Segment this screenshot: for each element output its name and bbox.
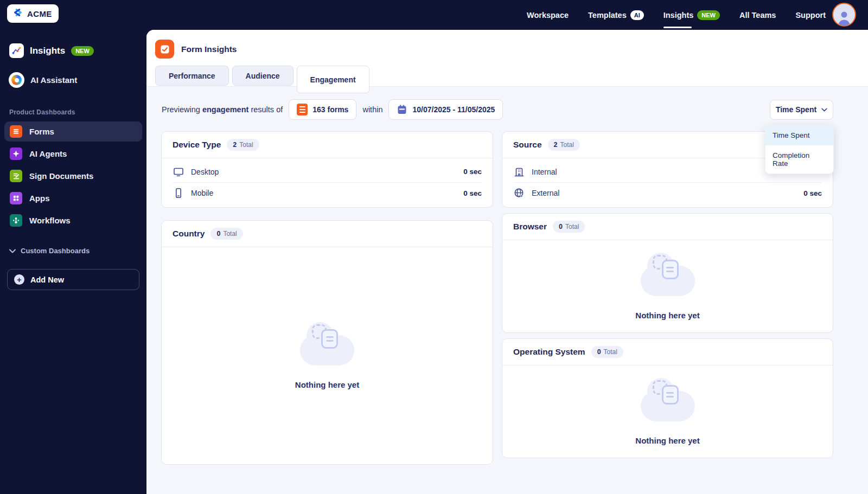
cards-grid: Device Type 2Total Desktop 0 sec — [161, 131, 833, 465]
filter-text: Previewing engagement results of — [162, 105, 283, 114]
forms-count-chip[interactable]: 163 forms — [289, 99, 356, 120]
sidebar-item-workflows[interactable]: Workflows — [4, 210, 142, 230]
empty-state-text: Nothing here yet — [635, 311, 699, 320]
desktop-icon — [173, 166, 184, 178]
empty-state-text: Nothing here yet — [635, 436, 699, 445]
acme-logo[interactable]: ACME — [7, 4, 59, 23]
nav-insights[interactable]: Insights NEW — [663, 10, 720, 20]
empty-state: Nothing here yet — [162, 247, 493, 464]
card-title: Operating System — [513, 347, 585, 357]
sidebar-item-ai-agents[interactable]: AI Agents — [4, 144, 142, 164]
sidebar-insights-label: Insights — [30, 46, 65, 56]
form-insights-icon — [155, 40, 174, 59]
tab-engagement[interactable]: Engagement — [297, 66, 369, 93]
brand-name: ACME — [27, 9, 52, 18]
tab-audience[interactable]: Audience — [232, 66, 293, 86]
empty-state: Nothing here yet — [502, 240, 833, 332]
total-badge: 0Total — [553, 221, 585, 233]
country-card: Country 0Total Nothing here yet — [161, 220, 493, 465]
ai-agents-icon — [10, 147, 22, 160]
sort-option-time-spent[interactable]: Time Spent — [765, 125, 833, 145]
forms-icon — [10, 125, 22, 138]
custom-dashboards-toggle[interactable]: Custom Dashboards — [9, 247, 146, 255]
sidebar-new-badge: NEW — [71, 46, 94, 56]
sort-control: Time Spent Time Spent Completion Rate — [770, 100, 833, 120]
user-avatar[interactable] — [832, 3, 856, 27]
sidebar-nav: Forms AI Agents Sign Documents — [0, 121, 146, 230]
form-doc-icon — [297, 104, 308, 116]
person-icon — [836, 9, 852, 25]
empty-state-icon — [641, 266, 695, 296]
browser-card: Browser 0Total Nothing here yet — [502, 213, 833, 333]
card-title: Device Type — [173, 140, 221, 150]
tab-performance[interactable]: Performance — [155, 66, 229, 86]
sidebar-item-sign-documents[interactable]: Sign Documents — [4, 166, 142, 186]
section-product-dashboards: Product Dashboards — [9, 108, 146, 116]
sort-option-completion-rate[interactable]: Completion Rate — [765, 145, 833, 174]
main-panel: Form Insights Performance Audience Engag… — [146, 30, 868, 494]
top-bar: ACME Workspace Templates AI Insights NEW… — [0, 0, 868, 30]
top-navigation: Workspace Templates AI Insights NEW All … — [527, 0, 826, 30]
add-new-button[interactable]: + Add New — [7, 269, 139, 290]
operating-system-card: Operating System 0Total Nothing here yet — [502, 338, 833, 458]
card-title: Country — [173, 229, 205, 239]
nav-support[interactable]: Support — [795, 11, 826, 20]
building-icon — [513, 166, 525, 178]
sidebar-item-forms[interactable]: Forms — [4, 121, 142, 142]
total-badge: 0Total — [210, 228, 242, 240]
acme-logo-icon — [12, 8, 24, 20]
insights-icon — [9, 43, 24, 58]
chevron-down-icon — [9, 249, 16, 253]
total-badge: 2Total — [227, 139, 259, 151]
mobile-icon — [173, 187, 184, 199]
new-badge: NEW — [697, 10, 720, 20]
empty-state-icon — [641, 391, 695, 421]
nav-workspace[interactable]: Workspace — [527, 11, 569, 20]
chevron-down-icon — [821, 108, 827, 112]
date-range-picker[interactable]: 10/07/2025 - 11/05/2025 — [388, 99, 503, 120]
sidebar: Insights NEW AI Assistant Product Dashbo… — [0, 0, 146, 494]
empty-state-icon — [300, 335, 354, 365]
empty-state: Nothing here yet — [502, 365, 833, 458]
plus-icon: + — [14, 274, 24, 285]
sort-dropdown-menu: Time Spent Completion Rate — [765, 125, 834, 174]
sidebar-item-ai-assistant[interactable]: AI Assistant — [9, 72, 146, 88]
workflows-icon — [10, 214, 22, 227]
sidebar-item-apps[interactable]: Apps — [4, 188, 142, 208]
sidebar-insights-header: Insights NEW — [9, 43, 146, 58]
card-title: Source — [513, 140, 542, 150]
sign-documents-icon — [10, 170, 22, 182]
sort-dropdown-button[interactable]: Time Spent — [770, 100, 833, 120]
nav-all-teams[interactable]: All Teams — [739, 11, 776, 20]
total-badge: 2Total — [548, 139, 580, 151]
apps-icon — [10, 192, 22, 204]
calendar-icon — [397, 104, 407, 115]
metric-row-mobile: Mobile 0 sec — [173, 182, 482, 203]
nav-templates[interactable]: Templates AI — [588, 10, 644, 20]
metric-row-external: External 0 sec — [513, 182, 822, 203]
empty-state-text: Nothing here yet — [295, 380, 359, 389]
filter-row: Previewing engagement results of 163 for… — [162, 99, 833, 120]
device-type-card: Device Type 2Total Desktop 0 sec — [161, 131, 493, 208]
card-title: Browser — [513, 222, 547, 232]
metric-row-desktop: Desktop 0 sec — [173, 161, 482, 182]
ai-badge: AI — [630, 10, 644, 20]
globe-icon — [513, 187, 525, 199]
page-title: Form Insights — [181, 44, 237, 54]
total-badge: 0Total — [591, 346, 623, 358]
within-label: within — [362, 105, 382, 114]
tab-bar: Performance Audience Engagement — [155, 66, 369, 93]
ai-assistant-icon — [9, 72, 24, 88]
panel-header: Form Insights Performance Audience Engag… — [146, 30, 868, 87]
